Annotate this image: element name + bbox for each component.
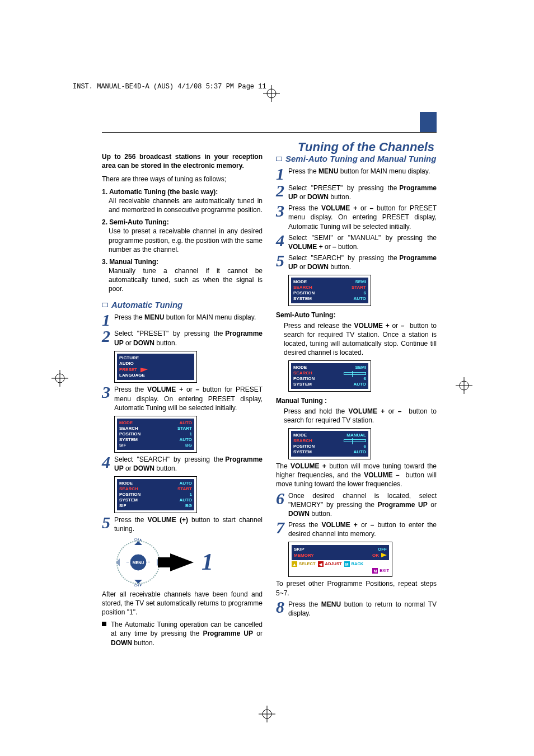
step-3: 3 Press the VOLUME + or – button for PRE…	[102, 385, 263, 412]
step-2: 2 Select "PRESET" by pressing the Progra…	[102, 329, 263, 347]
magenta-key-icon: M	[372, 568, 378, 574]
step-text: Press the VOLUME + or – button to enter …	[288, 520, 437, 538]
intro-bold: Up to 256 broadcast stations in your rec…	[102, 152, 263, 170]
tt-head: 3. Manual Tuning:	[102, 257, 263, 266]
step-number: 3	[102, 385, 114, 400]
osd-row: SYSTEMAUTO	[119, 437, 192, 443]
svg-text:+: +	[148, 560, 151, 565]
osd-row: POSITION6	[293, 376, 366, 382]
step-7: 7 Press the VOLUME + or – button to ente…	[276, 520, 437, 538]
section-semi-manual: Semi-Auto Tuning and Manual Tuning	[276, 153, 437, 165]
osd-item: LANGUAGE	[119, 373, 192, 378]
osd-row: SEARCHSTART	[119, 486, 192, 492]
step-text: Press the VOLUME + or – button for PRESE…	[288, 204, 437, 231]
square-bullet-icon	[102, 622, 106, 626]
soft-keys-2: MEXIT	[292, 568, 389, 574]
step-number: 1	[102, 313, 114, 327]
osd-row: SYSTEMAUTO	[293, 449, 366, 455]
repeat-para: To preset other Programme Positions, rep…	[276, 579, 437, 597]
osd-row: POSITION1	[119, 431, 192, 437]
tuning-type-semi: 2. Semi-Auto Tuning: Use to preset a rec…	[102, 218, 263, 254]
step-5: 5 Select "SEARCH" by pressing the Progra…	[276, 253, 437, 271]
semi-auto-head: Semi-Auto Tuning:	[276, 311, 437, 320]
print-header: INST. MANUAL-BE4D-A (AUS) 4/1/08 5:37 PM…	[73, 83, 266, 91]
osd-item: PICTURE	[119, 355, 192, 361]
manual-body: Press and hold the VOLUME + or – button …	[276, 407, 437, 425]
divider	[102, 132, 437, 133]
svg-text:MENU: MENU	[133, 561, 144, 565]
osd-row: SYSTEMAUTO	[293, 382, 366, 387]
remote-nav-icon: MENU CH▲ CH▼ – +	[114, 538, 162, 586]
step-number: 2	[276, 184, 288, 198]
red-key-icon: ◀	[318, 561, 324, 567]
step-text: Press the MENU button for MAIN menu disp…	[288, 167, 437, 176]
step-number: 5	[102, 515, 114, 530]
step-8: 8 Press the MENU button to return to nor…	[276, 600, 437, 618]
manual-head: Manual Tuning :	[276, 396, 437, 405]
osd-row: MEMORYOK	[294, 553, 387, 558]
osd-row: SIFBG	[119, 443, 192, 448]
osd-row: POSITION6	[293, 444, 366, 449]
step-text: Select "PRESET" by pressing the Programm…	[114, 329, 263, 347]
tt-body: Manually tune a channel if it cannot be …	[102, 266, 263, 294]
cyan-key-icon: M	[344, 561, 350, 567]
freq-para: The VOLUME + button will move tuning tow…	[276, 462, 437, 489]
step-4: 4 Select "SEARCH" by pressing the Progra…	[102, 455, 263, 473]
step-number: 7	[276, 520, 288, 535]
cancel-note: The Automatic Tuning operation can be ca…	[102, 620, 263, 647]
tt-body: Use to preset a receivable channel in an…	[102, 227, 263, 254]
step-number: 1	[276, 167, 288, 181]
osd-row: SEARCH	[293, 370, 366, 376]
step-text: Press the MENU button for MAIN menu disp…	[114, 313, 263, 322]
sk-label: ADJUST	[325, 561, 342, 567]
osd-row: SEARCHSTART	[119, 426, 192, 431]
step-2: 2 Select "PRESET" by pressing the Progra…	[276, 184, 437, 201]
section-bullet-icon	[102, 303, 108, 307]
osd-row: MODEMANUAL	[293, 433, 366, 438]
registration-mark-left	[51, 370, 68, 387]
step-text: Select "SEARCH" by pressing the Programm…	[114, 455, 263, 473]
section-bullet-icon	[276, 157, 282, 161]
step-text: Press the VOLUME + or – button for PRESE…	[114, 385, 263, 412]
search-bar-icon	[344, 439, 366, 442]
step-text: Once desired channel is located, select …	[288, 491, 437, 519]
right-column: Semi-Auto Tuning and Manual Tuning 1 Pre…	[276, 152, 437, 684]
step-3: 3 Press the VOLUME + or – button for PRE…	[276, 204, 437, 231]
tuning-type-auto: 1. Automatic Tuning (the basic way): All…	[102, 187, 263, 215]
soft-keys: ▲SELECT ◀ADJUST MBACK	[292, 561, 389, 567]
osd-row: SEARCH	[293, 438, 366, 444]
osd-main-menu: PICTURE AUDIO PRESET LANGUAGE	[114, 351, 197, 383]
left-column: Up to 256 broadcast stations in your rec…	[102, 152, 263, 684]
step-text: Press the VOLUME (+) button to start cha…	[114, 515, 263, 533]
step-text: Select "SEMI" or "MANUAL" by pressing th…	[288, 233, 437, 251]
sk-label: SELECT	[299, 561, 316, 567]
section-label: Semi-Auto Tuning and Manual Tuning	[285, 154, 436, 163]
cancel-text: The Automatic Tuning operation can be ca…	[111, 620, 263, 647]
osd-item: AUDIO	[119, 361, 192, 367]
step-number: 3	[276, 204, 288, 218]
step-text: Select "PRESET" by pressing the Programm…	[288, 184, 437, 201]
arrow-right-icon	[170, 553, 194, 571]
osd-row: SYSTEMAUTO	[293, 296, 366, 302]
tt-head: 1. Automatic Tuning (the basic way):	[102, 187, 263, 196]
yellow-key-icon: ▲	[292, 561, 297, 567]
selected-arrow-icon	[140, 366, 148, 372]
step-6: 6 Once desired channel is located, selec…	[276, 491, 437, 519]
osd-item-selected: PRESET	[119, 367, 192, 373]
sk-label: BACK	[352, 561, 364, 567]
osd-semi-1: MODESEMI SEARCHSTART POSITION6 SYSTEMAUT…	[288, 275, 371, 306]
step-text: Select "SEARCH" by pressing the Programm…	[288, 253, 437, 271]
search-bar-icon	[344, 372, 366, 375]
step-number: 4	[276, 233, 288, 248]
osd-row: MODESEMI	[293, 279, 366, 285]
page-tab	[420, 112, 437, 132]
after-para: After all receivable channels have been …	[102, 590, 263, 617]
step-5: 5 Press the VOLUME (+) button to start c…	[102, 515, 263, 533]
remote-diagram: MENU CH▲ CH▼ – + 1	[114, 538, 263, 586]
osd-row: SYSTEMAUTO	[119, 497, 192, 503]
registration-mark-top	[263, 85, 280, 102]
osd-row: SIFBG	[119, 503, 192, 509]
svg-text:CH▲: CH▲	[134, 538, 143, 541]
step-4: 4 Select "SEMI" or "MANUAL" by pressing …	[276, 233, 437, 251]
osd-row: SKIPOFF	[294, 547, 387, 552]
